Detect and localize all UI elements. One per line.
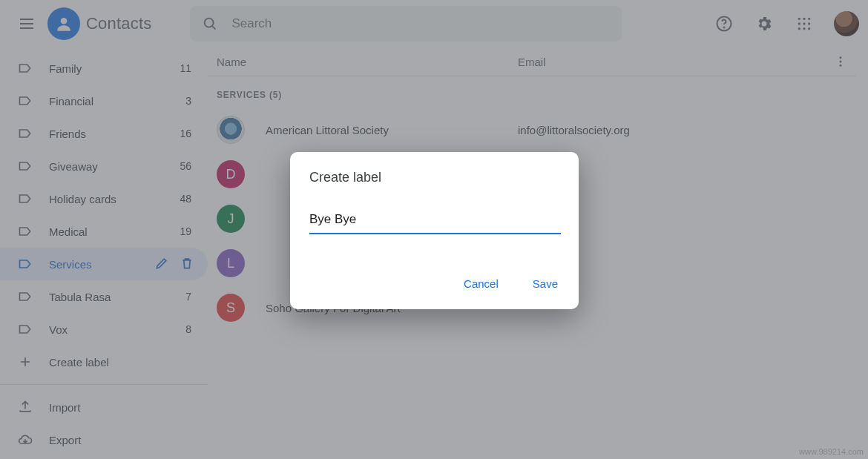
watermark: www.989214.com [799,447,864,456]
create-label-dialog: Create label Cancel Save [290,152,579,309]
dialog-title: Create label [309,170,561,185]
cancel-button[interactable]: Cancel [461,273,502,294]
label-name-input[interactable] [309,208,561,234]
save-button[interactable]: Save [530,273,561,294]
